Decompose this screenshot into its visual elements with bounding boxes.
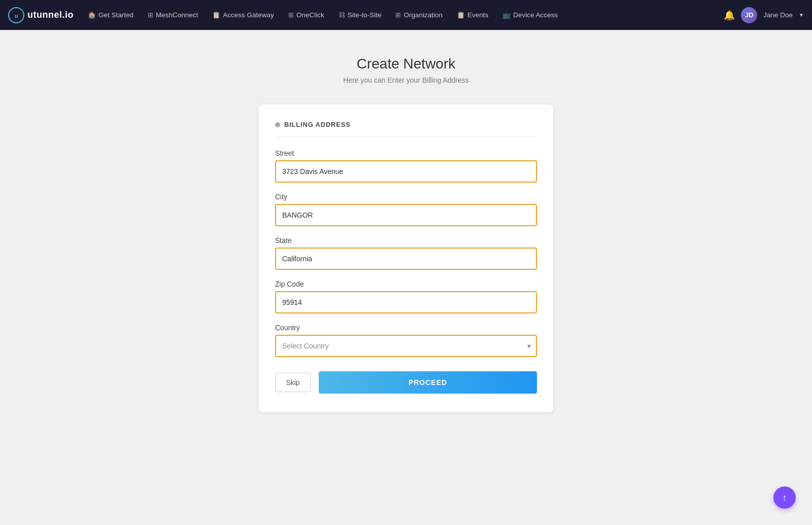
proceed-button[interactable]: PROCEED <box>319 371 537 394</box>
state-input[interactable] <box>275 248 537 270</box>
country-group: Country Select Country United States Can… <box>275 324 537 357</box>
nav-label-oneclick: OneClick <box>296 11 324 19</box>
zip-code-input[interactable] <box>275 291 537 313</box>
skip-button[interactable]: Skip <box>275 373 311 392</box>
nav-item-device-access[interactable]: 📺 Device Access <box>496 8 564 22</box>
nav-label-site-to-site: Site-to-Site <box>348 11 382 19</box>
navbar-right: 🔔 JD Jane Doe ▼ <box>724 7 804 23</box>
svg-text:u: u <box>15 13 18 19</box>
billing-address-card: BILLING ADDRESS Street City State Zip Co… <box>259 104 553 412</box>
nav-label-organization: Organization <box>403 11 443 19</box>
brand[interactable]: u utunnel.io <box>8 7 74 23</box>
meshconnect-icon: ⊞ <box>148 11 153 19</box>
organization-icon: ⊞ <box>395 11 401 19</box>
nav-item-events[interactable]: 📋 Events <box>451 8 494 22</box>
state-group: State <box>275 236 537 270</box>
city-label: City <box>275 193 537 201</box>
street-input[interactable] <box>275 160 537 183</box>
page-subtitle: Here you can Enter your Billing Address <box>343 76 468 84</box>
zip-code-label: Zip Code <box>275 280 537 288</box>
nav-label-events: Events <box>467 11 488 19</box>
brand-logo-icon: u <box>8 7 24 23</box>
country-select-wrapper: Select Country United States Canada Unit… <box>275 335 537 357</box>
section-title: BILLING ADDRESS <box>284 121 351 128</box>
home-icon: 🏠 <box>88 11 96 19</box>
nav-label-access-gateway: Access Gateway <box>223 11 274 19</box>
notification-bell-icon[interactable]: 🔔 <box>724 10 735 21</box>
nav-label-meshconnect: MeshConnect <box>156 11 198 19</box>
oneclick-icon: ⊞ <box>288 11 294 19</box>
nav-item-access-gateway[interactable]: 📋 Access Gateway <box>206 8 280 22</box>
events-icon: 📋 <box>457 11 465 19</box>
nav-item-meshconnect[interactable]: ⊞ MeshConnect <box>142 8 204 22</box>
nav-label-device-access: Device Access <box>513 11 558 19</box>
country-label: Country <box>275 324 537 332</box>
arrow-up-icon: ↑ <box>783 493 787 503</box>
section-header: BILLING ADDRESS <box>275 121 537 137</box>
city-input[interactable] <box>275 204 537 226</box>
country-select[interactable]: Select Country United States Canada Unit… <box>275 335 537 357</box>
street-label: Street <box>275 149 537 157</box>
state-label: State <box>275 236 537 244</box>
user-name: Jane Doe <box>763 11 793 19</box>
nav-item-oneclick[interactable]: ⊞ OneClick <box>282 8 330 22</box>
access-gateway-icon: 📋 <box>212 11 220 19</box>
zip-code-group: Zip Code <box>275 280 537 313</box>
avatar: JD <box>741 7 757 23</box>
section-dot-icon <box>275 122 280 127</box>
brand-name: utunnel.io <box>27 10 74 20</box>
nav-item-get-started[interactable]: 🏠 Get Started <box>82 8 140 22</box>
nav-item-organization[interactable]: ⊞ Organization <box>389 8 449 22</box>
main-content: Create Network Here you can Enter your B… <box>0 30 812 412</box>
page-title: Create Network <box>357 56 456 72</box>
nav-item-site-to-site[interactable]: ⛓ Site-to-Site <box>332 8 388 22</box>
scroll-to-top-button[interactable]: ↑ <box>773 486 796 509</box>
city-group: City <box>275 193 537 226</box>
navbar: u utunnel.io 🏠 Get Started ⊞ MeshConnect… <box>0 0 812 30</box>
form-actions: Skip PROCEED <box>275 371 537 394</box>
site-to-site-icon: ⛓ <box>339 11 345 19</box>
nav-label-get-started: Get Started <box>98 11 133 19</box>
chevron-down-icon[interactable]: ▼ <box>799 12 804 18</box>
street-group: Street <box>275 149 537 183</box>
device-access-icon: 📺 <box>502 11 511 19</box>
